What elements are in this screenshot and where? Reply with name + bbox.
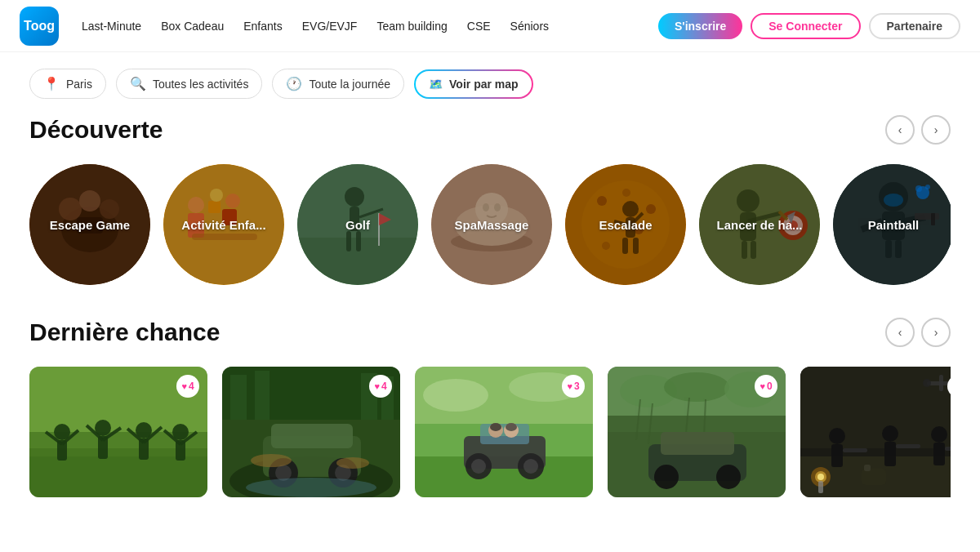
time-filter[interactable]: 🕐 Toute la journée [272, 69, 404, 99]
location-filter[interactable]: 📍 Paris [29, 69, 106, 99]
nav-last-minute[interactable]: Last-Minute [82, 20, 141, 33]
svg-point-116 [490, 423, 501, 431]
svg-point-96 [336, 457, 369, 469]
svg-rect-140 [831, 444, 843, 467]
svg-rect-129 [661, 432, 734, 455]
circle-paintball-label: Paintball [860, 218, 928, 232]
card-festival[interactable]: ♥4 [29, 367, 207, 497]
svg-point-130 [654, 465, 679, 489]
connecter-button[interactable]: Se Connecter [751, 13, 860, 39]
svg-rect-99 [230, 375, 247, 420]
clock-icon: 🕐 [286, 76, 302, 91]
map-label: Voir par map [449, 78, 519, 91]
derniere-chance-prev-button[interactable]: ‹ [885, 318, 915, 347]
svg-rect-141 [843, 448, 867, 452]
header: Toog Last-Minute Box Cadeau Enfants EVG/… [0, 0, 980, 52]
circle-golf-overlay: Golf [297, 164, 418, 285]
svg-point-105 [423, 379, 488, 412]
circle-lancer[interactable]: Lancer de ha... [699, 164, 820, 285]
circle-escalade-overlay: Escalade [565, 164, 686, 285]
partenaire-button[interactable]: Partenaire [869, 13, 960, 39]
cards-row: ♥4 [29, 367, 951, 497]
heart-icon: ♥ [181, 381, 187, 391]
activities-label: Toutes les activités [153, 78, 249, 91]
svg-point-113 [523, 459, 538, 474]
svg-rect-153 [864, 465, 871, 471]
svg-rect-133 [800, 367, 951, 448]
nav-enfants[interactable]: Enfants [243, 20, 282, 33]
card-quad-fav[interactable]: ♥3 [562, 375, 585, 398]
svg-rect-109 [480, 424, 529, 444]
map-filter[interactable]: 🗺️ Voir par map [414, 69, 533, 99]
circle-escalade-label: Escalade [590, 218, 660, 232]
circle-enfants-label: Activité Enfa... [173, 218, 274, 232]
inscrire-button[interactable]: S'inscrire [658, 13, 742, 39]
circle-escape-game[interactable]: Escape Game [29, 164, 150, 285]
card-buggy[interactable]: ♥4 [222, 367, 400, 497]
nav-evg-evjf[interactable]: EVG/EVJF [302, 20, 358, 33]
card-military[interactable]: ♥8 [800, 367, 951, 497]
heart-icon-2: ♥ [374, 381, 380, 391]
svg-point-122 [664, 372, 729, 402]
decouverte-section: Découverte ‹ › Escape Game [0, 115, 980, 318]
svg-rect-146 [933, 443, 945, 465]
circle-enfants-overlay: Activité Enfa... [163, 164, 284, 285]
svg-rect-147 [945, 447, 951, 451]
decouverte-arrows: ‹ › [885, 115, 951, 145]
heart-icon-3: ♥ [567, 381, 572, 391]
circle-escape-label: Escape Game [42, 218, 138, 232]
svg-rect-152 [862, 469, 886, 485]
derniere-chance-next-button[interactable]: › [921, 318, 951, 347]
card-karting-fav[interactable]: ♥0 [755, 375, 777, 398]
card-festival-fav[interactable]: ♥4 [176, 375, 199, 398]
logo[interactable]: Toog [20, 7, 59, 46]
circle-spa-overlay: SpaMassage [431, 164, 552, 285]
card-buggy-fav[interactable]: ♥4 [369, 375, 392, 398]
location-label: Paris [66, 78, 92, 91]
circle-enfants[interactable]: Activité Enfa... [163, 164, 284, 285]
svg-rect-144 [896, 444, 920, 448]
svg-rect-143 [884, 442, 896, 466]
circle-golf-label: Golf [337, 218, 378, 232]
svg-point-150 [817, 474, 824, 480]
header-actions: S'inscrire Se Connecter Partenaire [658, 13, 960, 39]
decouverte-prev-button[interactable]: ‹ [885, 115, 915, 145]
time-label: Toute la journée [309, 78, 390, 91]
activities-filter[interactable]: 🔍 Toutes les activités [116, 69, 263, 99]
circle-escape-overlay: Escape Game [29, 164, 150, 285]
card-karting[interactable]: ♥0 [608, 367, 786, 497]
nav-cse[interactable]: CSE [467, 20, 491, 33]
svg-point-95 [251, 454, 292, 467]
circle-escalade[interactable]: Escalade [565, 164, 686, 285]
nav-box-cadeau[interactable]: Box Cadeau [161, 20, 224, 33]
decouverte-title: Découverte [29, 116, 163, 144]
circle-golf[interactable]: Golf [297, 164, 418, 285]
derniere-chance-arrows: ‹ › [885, 318, 951, 347]
location-icon: 📍 [43, 76, 60, 91]
circle-spa[interactable]: SpaMassage [431, 164, 552, 285]
svg-point-139 [829, 428, 845, 444]
derniere-chance-section: Dernière chance ‹ › [0, 318, 980, 530]
svg-point-145 [931, 426, 947, 443]
svg-point-97 [246, 478, 376, 497]
derniere-chance-title: Dernière chance [29, 318, 220, 346]
svg-point-142 [882, 425, 898, 442]
derniere-chance-header: Dernière chance ‹ › [29, 318, 951, 347]
main-nav: Last-Minute Box Cadeau Enfants EVG/EVJF … [82, 20, 635, 33]
svg-rect-100 [255, 371, 270, 420]
circle-paintball-overlay: Paintball [833, 164, 951, 285]
decouverte-next-button[interactable]: › [921, 115, 951, 145]
card-quad[interactable]: ♥3 [415, 367, 593, 497]
svg-rect-151 [818, 481, 823, 493]
nav-team-building[interactable]: Team building [376, 20, 447, 33]
svg-rect-90 [271, 424, 353, 448]
circle-lancer-label: Lancer de ha... [708, 218, 810, 232]
svg-point-111 [471, 459, 486, 474]
circle-spa-label: SpaMassage [447, 218, 537, 232]
heart-icon-4: ♥ [760, 381, 765, 391]
svg-point-131 [716, 465, 741, 489]
nav-seniors[interactable]: Séniors [510, 20, 549, 33]
filter-bar: 📍 Paris 🔍 Toutes les activités 🕐 Toute l… [0, 52, 980, 115]
circle-paintball[interactable]: Paintball [833, 164, 951, 285]
decouverte-header: Découverte ‹ › [29, 115, 951, 145]
